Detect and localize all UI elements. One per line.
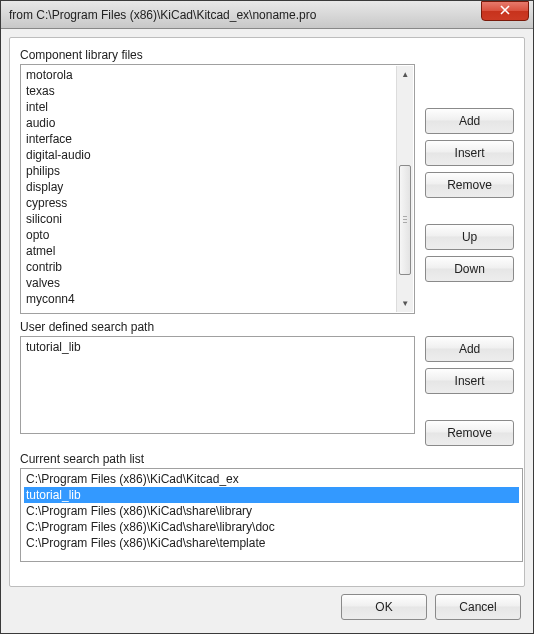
- component-library-list[interactable]: motorolatexasintelaudiointerfacedigital-…: [20, 64, 415, 314]
- list-item[interactable]: contrib: [24, 259, 411, 275]
- ok-button[interactable]: OK: [341, 594, 427, 620]
- list-item[interactable]: atmel: [24, 243, 411, 259]
- list-item[interactable]: audio: [24, 115, 411, 131]
- list-item[interactable]: motorola: [24, 67, 411, 83]
- scroll-thumb[interactable]: [399, 165, 411, 275]
- list-item[interactable]: tutorial_lib: [24, 339, 411, 355]
- add-button[interactable]: Add: [425, 336, 514, 362]
- list-item[interactable]: myconn4: [24, 291, 411, 307]
- window-title: from C:\Program Files (x86)\KiCad\Kitcad…: [9, 8, 481, 22]
- search-path-label: Current search path list: [20, 452, 514, 466]
- list-item[interactable]: C:\Program Files (x86)\KiCad\share\libra…: [24, 503, 519, 519]
- scroll-track[interactable]: [397, 83, 413, 295]
- list-item[interactable]: C:\Program Files (x86)\KiCad\share\templ…: [24, 535, 519, 551]
- component-buttons: Add Insert Remove Up Down: [425, 64, 514, 314]
- list-item[interactable]: interface: [24, 131, 411, 147]
- main-panel: Component library files motorolatexasint…: [9, 37, 525, 587]
- add-button[interactable]: Add: [425, 108, 514, 134]
- remove-button[interactable]: Remove: [425, 172, 514, 198]
- client-area: Component library files motorolatexasint…: [1, 29, 533, 633]
- scroll-up-icon[interactable]: ▲: [397, 66, 413, 83]
- list-item[interactable]: valves: [24, 275, 411, 291]
- user-path-list[interactable]: tutorial_lib: [20, 336, 415, 434]
- user-path-label: User defined search path: [20, 320, 514, 334]
- remove-button[interactable]: Remove: [425, 420, 514, 446]
- up-button[interactable]: Up: [425, 224, 514, 250]
- scroll-down-icon[interactable]: ▼: [397, 295, 413, 312]
- list-item[interactable]: philips: [24, 163, 411, 179]
- dialog-footer: OK Cancel: [9, 587, 525, 627]
- user-path-buttons: Add Insert Remove: [425, 336, 514, 446]
- insert-button[interactable]: Insert: [425, 368, 514, 394]
- close-icon: [500, 4, 510, 18]
- search-path-list[interactable]: C:\Program Files (x86)\KiCad\Kitcad_extu…: [20, 468, 523, 562]
- insert-button[interactable]: Insert: [425, 140, 514, 166]
- list-item[interactable]: C:\Program Files (x86)\KiCad\Kitcad_ex: [24, 471, 519, 487]
- dialog-window: from C:\Program Files (x86)\KiCad\Kitcad…: [0, 0, 534, 634]
- scrollbar[interactable]: ▲ ▼: [396, 66, 413, 312]
- down-button[interactable]: Down: [425, 256, 514, 282]
- list-item[interactable]: digital-audio: [24, 147, 411, 163]
- list-item[interactable]: cypress: [24, 195, 411, 211]
- list-item[interactable]: display: [24, 179, 411, 195]
- component-library-label: Component library files: [20, 48, 514, 62]
- list-item[interactable]: tutorial_lib: [24, 487, 519, 503]
- close-button[interactable]: [481, 1, 529, 21]
- list-item[interactable]: texas: [24, 83, 411, 99]
- titlebar: from C:\Program Files (x86)\KiCad\Kitcad…: [1, 1, 533, 29]
- list-item[interactable]: intel: [24, 99, 411, 115]
- list-item[interactable]: siliconi: [24, 211, 411, 227]
- list-item[interactable]: opto: [24, 227, 411, 243]
- list-item[interactable]: C:\Program Files (x86)\KiCad\share\libra…: [24, 519, 519, 535]
- cancel-button[interactable]: Cancel: [435, 594, 521, 620]
